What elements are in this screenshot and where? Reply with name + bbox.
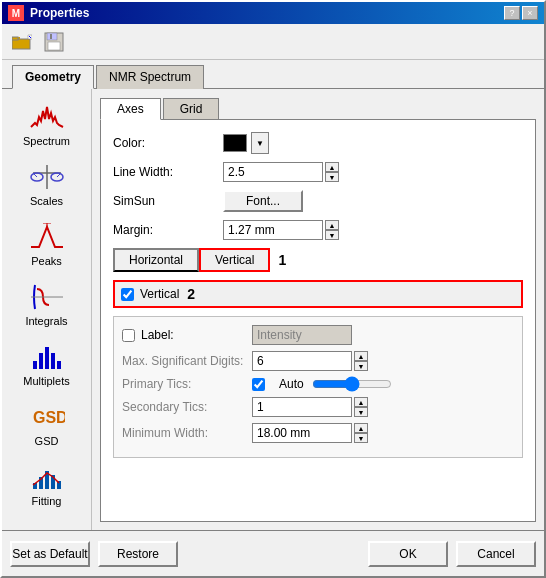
max-sig-digits-spinner: ▲ ▼ <box>252 351 368 371</box>
min-width-spinner: ▲ ▼ <box>252 423 368 443</box>
svg-rect-22 <box>57 361 61 369</box>
color-label: Color: <box>113 136 223 150</box>
titlebar: M Properties ? × <box>2 2 544 24</box>
titlebar-left: M Properties <box>8 5 89 21</box>
max-sig-digits-row: Max. Significant Digits: ▲ ▼ <box>122 351 514 371</box>
sidebar-item-scales[interactable]: Scales <box>9 157 85 211</box>
primary-tics-auto-checkbox[interactable] <box>252 378 265 391</box>
vertical-checkbox[interactable] <box>121 288 134 301</box>
sidebar: Spectrum Scales <box>2 89 92 530</box>
color-swatch <box>223 134 247 152</box>
sidebar-label-gsd: GSD <box>35 435 59 447</box>
vertical-checkbox-row: Vertical 2 <box>113 280 523 308</box>
sidebar-item-gsd[interactable]: GSD GSD <box>9 397 85 451</box>
font-row: SimSun Font... <box>113 190 523 212</box>
help-button[interactable]: ? <box>504 6 520 20</box>
sub-panel: Label: Max. Significant Digits: ▲ ▼ <box>113 316 523 458</box>
min-width-input[interactable] <box>252 423 352 443</box>
open-button[interactable] <box>8 29 36 55</box>
close-button[interactable]: × <box>522 6 538 20</box>
color-dropdown-btn[interactable]: ▼ <box>251 132 269 154</box>
content-area: Axes Grid Color: ▼ Line Width: <box>92 89 544 530</box>
multiplets-icon <box>27 341 67 373</box>
line-width-up[interactable]: ▲ <box>325 162 339 172</box>
primary-tics-slider-container <box>312 377 392 391</box>
line-width-row: Line Width: ▲ ▼ <box>113 162 523 182</box>
checkbox-annotation: 2 <box>187 286 195 302</box>
line-width-spinner-btns: ▲ ▼ <box>325 162 339 182</box>
sidebar-item-integrals[interactable]: Integrals <box>9 277 85 331</box>
label-checkbox-area: Label: <box>122 328 252 342</box>
svg-rect-7 <box>48 42 60 50</box>
max-sig-digits-spinner-btns: ▲ ▼ <box>354 351 368 371</box>
gsd-icon: GSD <box>27 401 67 433</box>
save-button[interactable] <box>40 29 68 55</box>
bottom-left: Set as Default Restore <box>10 541 178 567</box>
primary-tics-label: Primary Tics: <box>122 377 252 391</box>
sidebar-label-spectrum: Spectrum <box>23 135 70 147</box>
svg-text:GSD: GSD <box>33 409 65 426</box>
min-width-row: Minimum Width: ▲ ▼ <box>122 423 514 443</box>
margin-row: Margin: ▲ ▼ <box>113 220 523 240</box>
label-checkbox[interactable] <box>122 329 135 342</box>
font-button[interactable]: Font... <box>223 190 303 212</box>
primary-tics-slider[interactable] <box>312 377 392 391</box>
bottom-right: OK Cancel <box>368 541 536 567</box>
secondary-tics-input[interactable] <box>252 397 352 417</box>
titlebar-controls: ? × <box>504 6 538 20</box>
inner-tab-grid[interactable]: Grid <box>163 98 220 120</box>
bottom-bar: Set as Default Restore OK Cancel <box>2 530 544 576</box>
scales-icon <box>27 161 67 193</box>
line-width-label: Line Width: <box>113 165 223 179</box>
axis-annotation: 1 <box>278 252 286 268</box>
margin-down[interactable]: ▼ <box>325 230 339 240</box>
secondary-tics-down[interactable]: ▼ <box>354 407 368 417</box>
tab-nmr-spectrum[interactable]: NMR Spectrum <box>96 65 204 89</box>
svg-rect-19 <box>39 353 43 369</box>
color-row: Color: ▼ <box>113 132 523 154</box>
sidebar-item-multiplets[interactable]: Multiplets <box>9 337 85 391</box>
set-default-button[interactable]: Set as Default <box>10 541 90 567</box>
spectrum-icon <box>27 101 67 133</box>
max-sig-digits-up[interactable]: ▲ <box>354 351 368 361</box>
margin-up[interactable]: ▲ <box>325 220 339 230</box>
sidebar-item-fitting[interactable]: Fitting <box>9 457 85 511</box>
properties-window: M Properties ? × <box>0 0 546 578</box>
toolbar <box>2 24 544 60</box>
max-sig-digits-label: Max. Significant Digits: <box>122 354 252 368</box>
sidebar-label-multiplets: Multiplets <box>23 375 69 387</box>
inner-tab-axes[interactable]: Axes <box>100 98 161 120</box>
inner-tabs: Axes Grid <box>100 97 536 119</box>
secondary-tics-label: Secondary Tics: <box>122 400 252 414</box>
primary-tics-row: Primary Tics: Auto <box>122 377 514 391</box>
vertical-axis-tab[interactable]: Vertical <box>199 248 270 272</box>
sidebar-item-spectrum[interactable]: Spectrum <box>9 97 85 151</box>
sidebar-item-peaks[interactable]: Peaks <box>9 217 85 271</box>
restore-button[interactable]: Restore <box>98 541 178 567</box>
main-tabs: Geometry NMR Spectrum <box>2 60 544 88</box>
axis-tabs: Horizontal Vertical 1 <box>113 248 523 272</box>
secondary-tics-up[interactable]: ▲ <box>354 397 368 407</box>
cancel-button[interactable]: Cancel <box>456 541 536 567</box>
sidebar-label-fitting: Fitting <box>32 495 62 507</box>
line-width-input[interactable] <box>223 162 323 182</box>
primary-tics-auto-label: Auto <box>279 377 304 391</box>
axes-panel: Color: ▼ Line Width: ▲ ▼ <box>100 119 536 522</box>
line-width-down[interactable]: ▼ <box>325 172 339 182</box>
sidebar-label-peaks: Peaks <box>31 255 62 267</box>
color-selector[interactable]: ▼ <box>223 132 269 154</box>
app-icon: M <box>8 5 24 21</box>
svg-rect-18 <box>33 361 37 369</box>
max-sig-digits-input[interactable] <box>252 351 352 371</box>
integrals-icon <box>27 281 67 313</box>
horizontal-axis-tab[interactable]: Horizontal <box>113 248 199 272</box>
margin-input[interactable] <box>223 220 323 240</box>
max-sig-digits-down[interactable]: ▼ <box>354 361 368 371</box>
sidebar-label-scales: Scales <box>30 195 63 207</box>
primary-tics-controls: Auto <box>252 377 392 391</box>
tab-geometry[interactable]: Geometry <box>12 65 94 89</box>
min-width-down[interactable]: ▼ <box>354 433 368 443</box>
min-width-up[interactable]: ▲ <box>354 423 368 433</box>
ok-button[interactable]: OK <box>368 541 448 567</box>
label-input[interactable] <box>252 325 352 345</box>
